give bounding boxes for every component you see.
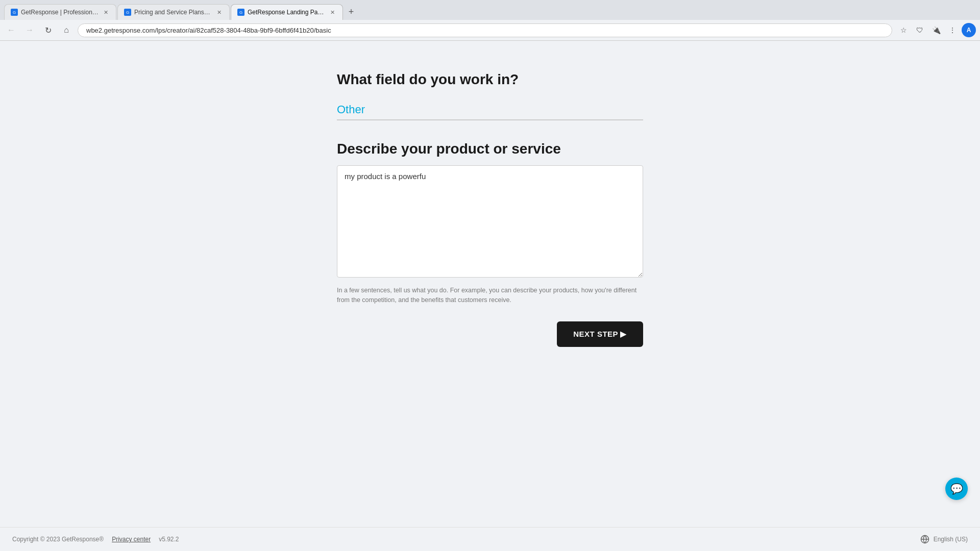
globe-icon	[920, 535, 929, 544]
new-tab-button[interactable]: +	[344, 5, 358, 19]
forward-button[interactable]: →	[22, 23, 37, 37]
form-container: What field do you work in? Other Describ…	[337, 71, 643, 359]
toolbar-icons: ☆ 🛡 🔌 ⋮ A	[896, 23, 976, 37]
bookmark-icon[interactable]: ☆	[896, 23, 911, 37]
next-step-label: NEXT STEP ▶	[573, 330, 627, 339]
footer-left: Copyright © 2023 GetResponse® Privacy ce…	[12, 536, 179, 543]
tab1-favicon: G	[11, 9, 18, 16]
extension-icon[interactable]: 🔌	[929, 23, 943, 37]
footer-right: English (US)	[920, 535, 968, 544]
tab2-label: Pricing and Service Plans | GetR...	[134, 9, 212, 16]
tab2-favicon: G	[124, 9, 131, 16]
reload-button[interactable]: ↻	[41, 23, 55, 37]
field-question: What field do you work in?	[337, 71, 643, 88]
tab1-label: GetResponse | Professional Em...	[21, 9, 99, 16]
address-bar[interactable]: wbe2.getresponse.com/lps/creator/ai/82ca…	[78, 23, 892, 37]
tab1-close[interactable]: ✕	[102, 8, 110, 16]
textarea-container	[337, 165, 643, 280]
tab-1[interactable]: G GetResponse | Professional Em... ✕	[4, 4, 116, 20]
home-button[interactable]: ⌂	[59, 23, 74, 37]
privacy-link[interactable]: Privacy center	[112, 536, 151, 543]
profile-icon[interactable]: A	[962, 23, 976, 37]
tab3-favicon: G	[237, 9, 244, 16]
describe-textarea[interactable]	[337, 165, 643, 278]
next-step-row: NEXT STEP ▶	[337, 321, 643, 347]
chat-bubble[interactable]: 💬	[945, 478, 968, 500]
tab2-close[interactable]: ✕	[215, 8, 223, 16]
describe-question: Describe your product or service	[337, 141, 643, 157]
settings-icon[interactable]: ⋮	[945, 23, 960, 37]
page-content: What field do you work in? Other Describ…	[0, 41, 980, 527]
next-step-button[interactable]: NEXT STEP ▶	[557, 321, 643, 347]
back-button[interactable]: ←	[4, 23, 18, 37]
tab3-label: GetResponse Landing Pages	[248, 9, 325, 16]
copyright-text: Copyright © 2023 GetResponse®	[12, 536, 104, 543]
tab3-close[interactable]: ✕	[328, 8, 336, 16]
helper-text: In a few sentences, tell us what you do.…	[337, 286, 643, 305]
field-dropdown[interactable]: Other	[337, 100, 643, 120]
browser-chrome: G GetResponse | Professional Em... ✕ G P…	[0, 0, 980, 20]
language-text[interactable]: English (US)	[934, 536, 968, 543]
address-bar-row: ← → ↻ ⌂ wbe2.getresponse.com/lps/creator…	[0, 20, 980, 41]
tab-3[interactable]: G GetResponse Landing Pages ✕	[231, 4, 343, 20]
tab-bar: G GetResponse | Professional Em... ✕ G P…	[4, 4, 976, 20]
tab-2[interactable]: G Pricing and Service Plans | GetR... ✕	[117, 4, 230, 20]
field-dropdown-value: Other	[337, 103, 365, 116]
footer: Copyright © 2023 GetResponse® Privacy ce…	[0, 527, 980, 551]
shield-icon[interactable]: 🛡	[913, 23, 927, 37]
version-text: v5.92.2	[159, 536, 179, 543]
address-text: wbe2.getresponse.com/lps/creator/ai/82ca…	[86, 27, 884, 34]
